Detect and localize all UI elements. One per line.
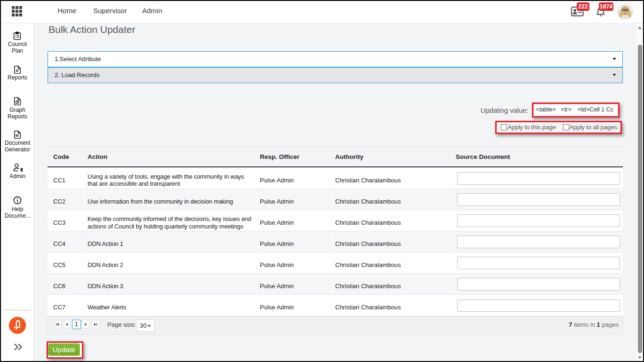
svg-text:w: w	[15, 133, 19, 138]
